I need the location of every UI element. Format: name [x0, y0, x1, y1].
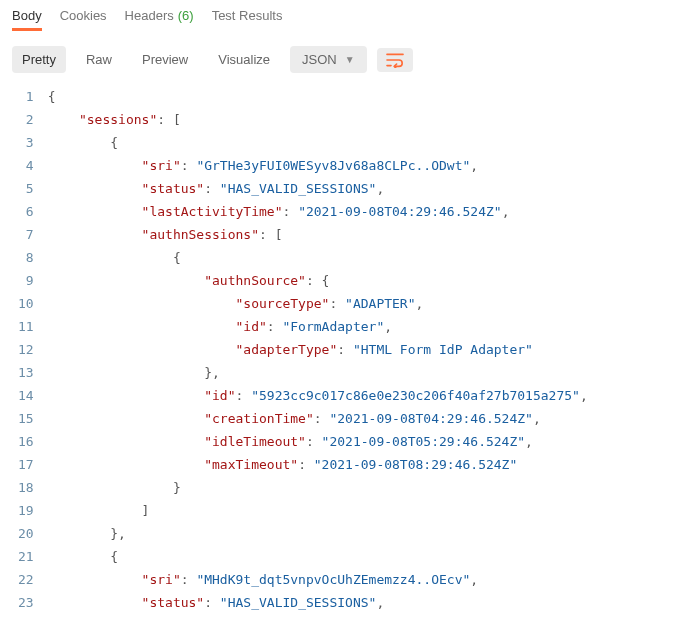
line-number: 7 — [18, 223, 34, 246]
line-number: 21 — [18, 545, 34, 568]
line-gutter: 1234567891011121314151617181920212223 — [0, 85, 46, 614]
code-line: "authnSource": { — [48, 269, 588, 292]
line-number: 2 — [18, 108, 34, 131]
tab-cookies[interactable]: Cookies — [60, 2, 107, 29]
code-line: "maxTimeout": "2021-09-08T08:29:46.524Z" — [48, 453, 588, 476]
line-number: 3 — [18, 131, 34, 154]
line-number: 8 — [18, 246, 34, 269]
response-toolbar: Pretty Raw Preview Visualize JSON ▼ — [0, 32, 696, 83]
code-line: "creationTime": "2021-09-08T04:29:46.524… — [48, 407, 588, 430]
code-line: } — [48, 476, 588, 499]
visualize-button[interactable]: Visualize — [208, 46, 280, 73]
code-line: "id": "FormAdapter", — [48, 315, 588, 338]
code-line: { — [48, 131, 588, 154]
code-line: ] — [48, 499, 588, 522]
line-number: 12 — [18, 338, 34, 361]
line-number: 20 — [18, 522, 34, 545]
format-label: JSON — [302, 52, 337, 67]
code-line: { — [48, 85, 588, 108]
line-number: 10 — [18, 292, 34, 315]
line-number: 23 — [18, 591, 34, 614]
line-number: 11 — [18, 315, 34, 338]
line-number: 1 — [18, 85, 34, 108]
line-number: 22 — [18, 568, 34, 591]
line-number: 6 — [18, 200, 34, 223]
tab-headers[interactable]: Headers(6) — [125, 2, 194, 29]
format-picker[interactable]: JSON ▼ — [290, 46, 367, 73]
code-viewer[interactable]: 1234567891011121314151617181920212223 { … — [0, 83, 696, 614]
code-line: { — [48, 545, 588, 568]
code-line: "sessions": [ — [48, 108, 588, 131]
line-number: 16 — [18, 430, 34, 453]
code-line: }, — [48, 522, 588, 545]
wrap-lines-button[interactable] — [377, 48, 413, 72]
line-number: 5 — [18, 177, 34, 200]
line-number: 18 — [18, 476, 34, 499]
code-line: "status": "HAS_VALID_SESSIONS", — [48, 591, 588, 614]
wrap-icon — [385, 52, 405, 68]
code-line: "sourceType": "ADAPTER", — [48, 292, 588, 315]
response-tabs: Body Cookies Headers(6) Test Results — [0, 0, 696, 32]
line-number: 9 — [18, 269, 34, 292]
code-content: { "sessions": [ { "sri": "GrTHe3yFUI0WES… — [46, 85, 588, 614]
code-line: "status": "HAS_VALID_SESSIONS", — [48, 177, 588, 200]
line-number: 15 — [18, 407, 34, 430]
tab-body[interactable]: Body — [12, 2, 42, 29]
code-line: "id": "5923cc9c017c86e0e230c206f40af27b7… — [48, 384, 588, 407]
line-number: 14 — [18, 384, 34, 407]
line-number: 19 — [18, 499, 34, 522]
line-number: 17 — [18, 453, 34, 476]
headers-count: (6) — [178, 8, 194, 23]
code-line: "lastActivityTime": "2021-09-08T04:29:46… — [48, 200, 588, 223]
preview-button[interactable]: Preview — [132, 46, 198, 73]
code-line: "idleTimeout": "2021-09-08T05:29:46.524Z… — [48, 430, 588, 453]
code-line: }, — [48, 361, 588, 384]
code-line: "adapterType": "HTML Form IdP Adapter" — [48, 338, 588, 361]
code-line: "authnSessions": [ — [48, 223, 588, 246]
line-number: 13 — [18, 361, 34, 384]
code-line: "sri": "GrTHe3yFUI0WESyv8Jv68a8CLPc..ODw… — [48, 154, 588, 177]
raw-button[interactable]: Raw — [76, 46, 122, 73]
tab-test-results[interactable]: Test Results — [212, 2, 283, 29]
code-line: { — [48, 246, 588, 269]
pretty-button[interactable]: Pretty — [12, 46, 66, 73]
line-number: 4 — [18, 154, 34, 177]
chevron-down-icon: ▼ — [345, 54, 355, 65]
code-line: "sri": "MHdK9t_dqt5vnpvOcUhZEmemzz4..OEc… — [48, 568, 588, 591]
